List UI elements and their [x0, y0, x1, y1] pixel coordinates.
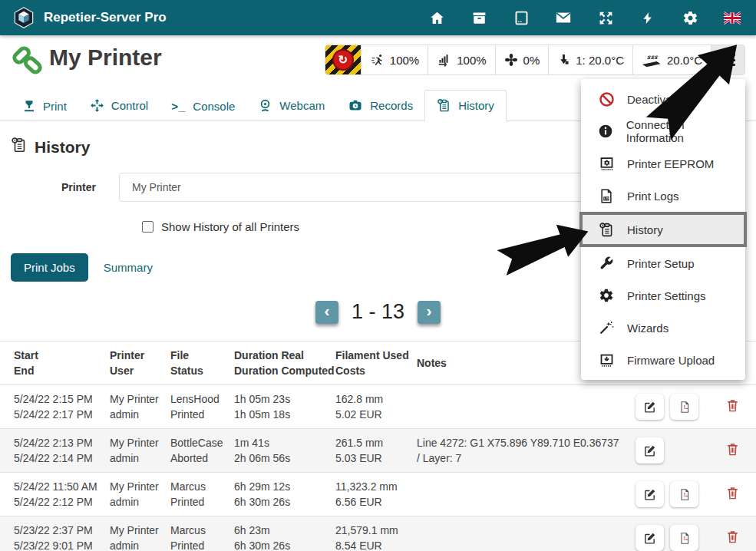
expand-icon[interactable]	[597, 9, 614, 26]
flow-chip[interactable]: 100%	[428, 45, 494, 74]
tab-label: Webcam	[279, 99, 325, 112]
fan-value: 0%	[523, 54, 540, 67]
tab-label: History	[458, 99, 494, 112]
brand: Repetier-Server Pro	[12, 6, 167, 29]
menu-item-history[interactable]: History	[579, 212, 747, 247]
svg-text:sss: sss	[646, 53, 659, 61]
menu-item-label: History	[627, 223, 663, 236]
history-clipboard-icon	[11, 137, 28, 157]
bolt-icon[interactable]	[639, 9, 656, 26]
tab-label: Control	[111, 99, 148, 112]
edit-note-button[interactable]	[636, 437, 664, 464]
summary-button[interactable]: Summary	[104, 261, 153, 274]
tab-label: Console	[193, 100, 235, 113]
menu-item-label: Printer Settings	[627, 289, 706, 302]
gear-icon	[597, 288, 616, 303]
tab-history[interactable]: History	[424, 90, 507, 121]
top-navbar: Repetier-Server Pro	[0, 0, 756, 35]
show-all-printers-checkbox[interactable]	[142, 221, 154, 233]
wrench-icon	[597, 256, 616, 271]
menu-item-label: Printer Setup	[627, 257, 695, 270]
tab-print[interactable]: Print	[11, 91, 78, 120]
info-icon	[597, 124, 615, 139]
tablet-icon[interactable]	[513, 9, 530, 26]
chip-upload-icon	[597, 352, 616, 368]
flow-value: 100%	[457, 54, 486, 67]
wand-icon	[597, 320, 616, 335]
printer-header: My Printer ↻ 100% 100% 0% 1:	[0, 35, 756, 84]
pdf-report-button[interactable]	[670, 481, 698, 507]
home-icon[interactable]	[428, 9, 445, 26]
delete-icon[interactable]	[725, 442, 740, 460]
extruder-icon	[557, 53, 570, 67]
records-camera-icon	[348, 98, 363, 113]
heated-bed-icon: sss	[642, 53, 662, 68]
tab-console[interactable]: >_ Console	[160, 92, 246, 120]
tab-records[interactable]: Records	[336, 91, 424, 120]
edit-note-button[interactable]	[636, 481, 664, 507]
fan-chip[interactable]: 0%	[495, 45, 549, 74]
speed-chip[interactable]: 100%	[361, 45, 428, 74]
move-arrows-icon	[90, 98, 104, 113]
navbar-icons	[428, 9, 744, 26]
archive-icon[interactable]	[470, 9, 487, 26]
printer-select-value: My Printer	[132, 181, 181, 193]
speed-value: 100%	[390, 54, 419, 67]
history-clipboard-icon	[437, 98, 451, 113]
next-page-button[interactable]: ›	[418, 301, 441, 324]
menu-item-firmware-upload[interactable]: Firmware Upload	[581, 344, 745, 376]
edit-note-button[interactable]	[636, 394, 664, 420]
pdf-report-button[interactable]	[670, 525, 698, 551]
webcam-icon	[258, 98, 272, 113]
chain-link-icon	[9, 43, 45, 80]
menu-item-label: Printer EEPROM	[627, 157, 714, 170]
repetier-logo-icon	[12, 6, 35, 29]
menu-item-print-logs[interactable]: LOG Print Logs	[581, 180, 745, 212]
chip-gear-icon	[597, 156, 616, 172]
emergency-stop-button[interactable]: ↻	[325, 45, 361, 74]
flag-gb-icon[interactable]	[724, 9, 741, 26]
page-title: My Printer	[49, 45, 162, 71]
ban-icon	[597, 91, 616, 107]
fan-icon	[504, 53, 518, 67]
delete-icon[interactable]	[725, 398, 740, 416]
history-heading-label: History	[35, 138, 90, 157]
menu-item-label: Wizards	[627, 322, 669, 335]
gear-icon[interactable]	[682, 9, 698, 26]
print-jobs-button[interactable]: Print Jobs	[11, 253, 88, 282]
menu-item-label: Firmware Upload	[627, 354, 715, 367]
menu-item-printer-eeprom[interactable]: Printer EEPROM	[581, 147, 745, 180]
svg-text:LOG: LOG	[604, 197, 610, 200]
emergency-stop-icon: ↻	[332, 49, 354, 71]
menu-item-wizards[interactable]: Wizards	[581, 312, 745, 344]
menu-item-printer-settings[interactable]: Printer Settings	[581, 279, 745, 312]
page-range: 1 - 13	[352, 300, 404, 324]
printer-select-label: Printer	[11, 181, 119, 193]
speed-runner-icon	[370, 53, 385, 67]
print-nozzle-icon	[22, 99, 36, 113]
pdf-report-button[interactable]	[670, 394, 698, 420]
tab-label: Records	[370, 99, 413, 112]
menu-item-label: Print Logs	[627, 190, 679, 203]
mail-icon[interactable]	[555, 9, 572, 26]
console-prompt-icon: >_	[171, 100, 186, 113]
history-clipboard-icon	[597, 222, 616, 238]
table-row: 5/24/22 11:50 AM5/24/22 2:12 PM My Print…	[0, 473, 756, 516]
extruder-temp-value: 1: 20.0°C	[576, 54, 624, 67]
edit-note-button[interactable]	[636, 525, 664, 551]
delete-icon[interactable]	[725, 486, 740, 503]
log-file-icon: LOG	[597, 188, 616, 204]
menu-item-printer-setup[interactable]: Printer Setup	[581, 247, 745, 279]
table-row: 5/24/22 2:13 PM5/24/22 2:14 PM My Printe…	[0, 429, 756, 473]
tab-label: Print	[43, 100, 67, 113]
table-row: 5/24/22 2:15 PM5/24/22 2:17 PM My Printe…	[0, 385, 756, 429]
show-all-printers-label: Show History of all Printers	[161, 220, 299, 233]
delete-icon[interactable]	[725, 530, 740, 547]
prev-page-button[interactable]: ‹	[315, 301, 338, 324]
table-row: 5/23/22 2:37 PM5/23/22 9:01 PM My Printe…	[0, 516, 756, 551]
brand-title: Repetier-Server Pro	[44, 10, 167, 25]
tab-webcam[interactable]: Webcam	[246, 91, 336, 120]
flow-bars-icon	[437, 53, 451, 67]
extruder-temp-chip[interactable]: 1: 20.0°C	[548, 45, 632, 74]
tab-control[interactable]: Control	[78, 91, 160, 120]
